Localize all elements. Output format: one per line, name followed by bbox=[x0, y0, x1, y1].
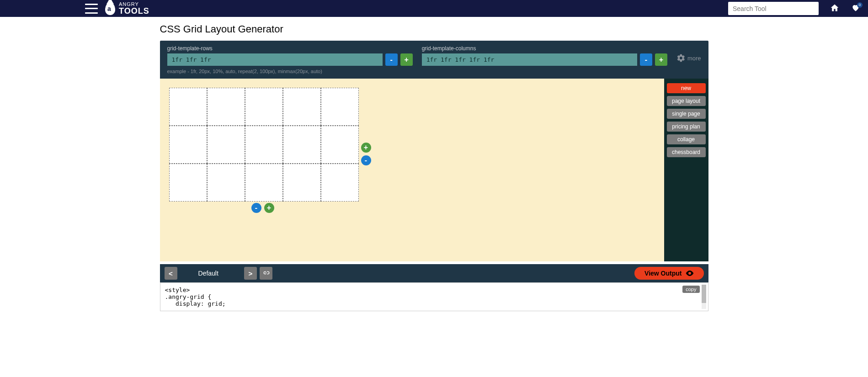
link-icon bbox=[262, 269, 270, 276]
logo-text-big: TOOLS bbox=[119, 7, 149, 15]
cols-remove-button[interactable]: - bbox=[640, 53, 652, 66]
current-preset-label: Default bbox=[198, 270, 218, 277]
logo[interactable]: a ANGRY TOOLS bbox=[105, 2, 149, 15]
preset-single-page[interactable]: single page bbox=[667, 109, 706, 119]
rows-add-button[interactable]: + bbox=[400, 53, 413, 66]
cols-control-group: grid-template-columns - + bbox=[422, 45, 667, 66]
code-text[interactable]: <style> .angry-grid { display: grid; bbox=[165, 287, 703, 307]
view-output-button[interactable]: View Output bbox=[634, 267, 703, 280]
search-input[interactable] bbox=[728, 2, 819, 15]
grid-cell[interactable] bbox=[207, 88, 245, 126]
rows-example-text: example - 1fr, 20px, 10%, auto, repeat(2… bbox=[167, 69, 413, 74]
preset-chessboard[interactable]: chessboard bbox=[667, 147, 706, 157]
next-button[interactable]: > bbox=[244, 267, 257, 280]
cols-add-button[interactable]: + bbox=[655, 53, 667, 66]
grid-preview[interactable] bbox=[169, 88, 359, 202]
grid-cell[interactable] bbox=[283, 88, 321, 126]
output-nav-bar: < Default > View Output bbox=[160, 264, 708, 282]
grid-cell[interactable] bbox=[321, 126, 359, 164]
remove-col-button[interactable]: - bbox=[361, 155, 371, 165]
rows-input[interactable] bbox=[167, 53, 383, 66]
preset-pricing-plan[interactable]: pricing plan bbox=[667, 122, 706, 132]
grid-cell[interactable] bbox=[245, 126, 283, 164]
rows-remove-button[interactable]: - bbox=[385, 53, 398, 66]
preset-panel: newpage layoutsingle pagepricing plancol… bbox=[664, 79, 708, 261]
rows-label: grid-template-rows bbox=[167, 45, 413, 52]
code-output: <style> .angry-grid { display: grid; cop… bbox=[160, 282, 708, 311]
cols-input[interactable] bbox=[422, 53, 637, 66]
prev-button[interactable]: < bbox=[165, 267, 177, 280]
grid-cell[interactable] bbox=[169, 164, 207, 202]
grid-cell[interactable] bbox=[283, 164, 321, 202]
favorites-badge: 0 bbox=[857, 2, 863, 8]
grid-cell[interactable] bbox=[207, 126, 245, 164]
app-header: a ANGRY TOOLS 0 bbox=[0, 0, 868, 17]
home-icon[interactable] bbox=[830, 3, 840, 14]
grid-cell[interactable] bbox=[283, 126, 321, 164]
grid-cell[interactable] bbox=[321, 88, 359, 126]
grid-cell[interactable] bbox=[169, 88, 207, 126]
grid-cell[interactable] bbox=[169, 126, 207, 164]
favorites-icon[interactable]: 0 bbox=[851, 3, 861, 14]
grid-cell[interactable] bbox=[207, 164, 245, 202]
preset-collage[interactable]: collage bbox=[667, 134, 706, 144]
scrollbar[interactable] bbox=[702, 285, 706, 309]
logo-icon: a bbox=[105, 2, 115, 15]
grid-controls-bar: grid-template-rows - + example - 1fr, 20… bbox=[160, 41, 708, 79]
menu-icon[interactable] bbox=[85, 4, 98, 14]
preset-page-layout[interactable]: page layout bbox=[667, 96, 706, 106]
eye-icon bbox=[686, 270, 694, 276]
grid-cell[interactable] bbox=[245, 164, 283, 202]
grid-cell[interactable] bbox=[245, 88, 283, 126]
grid-preview-area: + - - + bbox=[160, 79, 664, 261]
grid-cell[interactable] bbox=[321, 164, 359, 202]
copy-button[interactable]: copy bbox=[682, 286, 699, 293]
page-title: CSS Grid Layout Generator bbox=[160, 23, 708, 35]
rows-control-group: grid-template-rows - + example - 1fr, 20… bbox=[167, 45, 413, 74]
cols-label: grid-template-columns bbox=[422, 45, 667, 52]
add-row-button[interactable]: + bbox=[264, 203, 274, 213]
preset-new[interactable]: new bbox=[667, 83, 706, 93]
more-options[interactable]: more bbox=[676, 45, 701, 63]
add-col-button[interactable]: + bbox=[361, 143, 371, 153]
remove-row-button[interactable]: - bbox=[251, 203, 261, 213]
link-button[interactable] bbox=[260, 267, 272, 280]
gear-icon bbox=[676, 53, 686, 63]
